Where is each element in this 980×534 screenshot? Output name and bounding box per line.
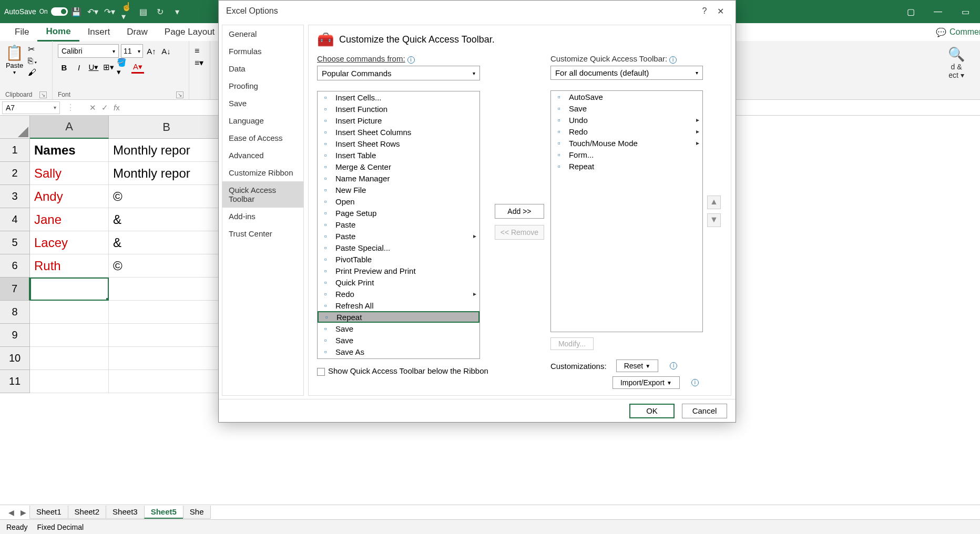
current-qat-list[interactable]: ▫AutoSave▫Save▫Undo▸▫Redo▸▫Touch/Mouse M…	[550, 90, 703, 332]
comments-button[interactable]: 💬 Commen	[933, 23, 980, 41]
command-list-item[interactable]: ▫Insert Function	[318, 103, 479, 115]
sheet-nav-prev-icon[interactable]: ◀	[5, 508, 17, 517]
modify-button[interactable]: Modify...	[550, 337, 594, 350]
toggle-switch-icon[interactable]	[51, 7, 68, 16]
command-list-item[interactable]: ▫Set Print Area	[318, 357, 479, 359]
cell[interactable]	[109, 347, 224, 370]
command-list-item[interactable]: ▫Page Setup	[318, 207, 479, 219]
command-list-item[interactable]: ▫Redo▸	[318, 288, 479, 300]
sheet-nav-next-icon[interactable]: ▶	[17, 508, 29, 517]
command-list-item[interactable]: ▫Repeat	[318, 311, 479, 323]
command-list-item[interactable]: ▫Insert Sheet Rows	[318, 138, 479, 149]
command-list-item[interactable]: ▫Insert Table	[318, 149, 479, 161]
options-category-item[interactable]: Data	[222, 60, 303, 77]
reset-button[interactable]: Reset▼	[616, 360, 658, 372]
ribbon-display-icon[interactable]: ▢	[900, 4, 921, 19]
ribbon-tab-home[interactable]: Home	[37, 23, 79, 42]
command-list-item[interactable]: ▫Form...	[551, 149, 702, 160]
align-top-icon[interactable]: ≡	[195, 46, 205, 56]
repeat-icon[interactable]: ↻	[155, 6, 166, 17]
choose-commands-combo[interactable]: Popular Commands▾	[317, 66, 480, 80]
command-list-item[interactable]: ▫Print Preview and Print	[318, 265, 479, 276]
row-header[interactable]: 1	[0, 139, 30, 162]
paste-button[interactable]: 📋 Paste ▾	[5, 44, 24, 75]
options-category-item[interactable]: Quick Access Toolbar	[222, 181, 303, 208]
redo-icon[interactable]: ↷▾	[105, 6, 115, 17]
decrease-font-icon[interactable]: A↓	[160, 45, 172, 57]
row-header[interactable]: 6	[0, 254, 30, 278]
autosave-toggle[interactable]: AutoSave On	[4, 7, 68, 16]
cell[interactable]: Sally	[30, 162, 109, 185]
enter-formula-icon[interactable]: ✓	[101, 103, 108, 112]
cell[interactable]	[30, 301, 109, 324]
ribbon-tab-page-layout[interactable]: Page Layout	[156, 24, 223, 40]
import-export-button[interactable]: Import/Export▼	[612, 376, 680, 389]
move-down-button[interactable]: ▼	[707, 213, 721, 227]
command-list-item[interactable]: ▫Redo▸	[551, 126, 702, 137]
info-icon[interactable]: i	[691, 379, 699, 386]
options-category-list[interactable]: GeneralFormulasDataProofingSaveLanguageE…	[222, 25, 304, 396]
cell[interactable]: Monthly repor	[109, 139, 224, 162]
fill-color-button[interactable]: 🪣▾	[117, 61, 129, 74]
save-icon[interactable]: 💾	[71, 6, 81, 17]
row-header[interactable]: 11	[0, 370, 30, 393]
cell[interactable]: Monthly repor	[109, 162, 224, 185]
row-header[interactable]: 2	[0, 162, 30, 185]
cell[interactable]	[109, 301, 224, 324]
cell[interactable]	[109, 370, 224, 393]
ribbon-tab-draw[interactable]: Draw	[118, 24, 156, 40]
move-up-button[interactable]: ▲	[707, 196, 721, 209]
qat-customize-icon[interactable]: ▾	[172, 6, 182, 17]
sheet-tab[interactable]: Sheet5	[144, 506, 183, 519]
command-list-item[interactable]: ▫Save	[318, 323, 479, 334]
command-list-item[interactable]: ▫Touch/Mouse Mode▸	[551, 137, 702, 149]
undo-icon[interactable]: ↶▾	[88, 6, 98, 17]
ribbon-tab-insert[interactable]: Insert	[79, 24, 119, 40]
align-left-icon[interactable]: ≡▾	[195, 58, 205, 68]
ribbon-tab-file[interactable]: File	[6, 24, 37, 40]
command-list-item[interactable]: ▫Repeat	[551, 160, 702, 172]
bold-button[interactable]: B	[58, 61, 70, 74]
cell[interactable]: &	[109, 231, 224, 254]
command-list-item[interactable]: ▫Merge & Center	[318, 161, 479, 172]
command-list-item[interactable]: ▫Insert Sheet Columns	[318, 126, 479, 138]
command-list-item[interactable]: ▫Undo▸	[551, 114, 702, 126]
cell[interactable]: &	[109, 208, 224, 231]
available-commands-list[interactable]: ▫Insert Cells...▫Insert Function▫Insert …	[317, 91, 480, 359]
command-list-item[interactable]: ▫Save	[318, 334, 479, 346]
command-list-item[interactable]: ▫Save	[551, 102, 702, 114]
add-button[interactable]: Add >>	[495, 204, 544, 219]
cell[interactable]	[30, 370, 109, 393]
row-header[interactable]: 9	[0, 324, 30, 347]
info-icon[interactable]: i	[669, 56, 677, 64]
cell[interactable]	[30, 278, 109, 301]
command-list-item[interactable]: ▫PivotTable	[318, 253, 479, 265]
cell[interactable]: Names	[30, 139, 109, 162]
cell[interactable]: Lacey	[30, 231, 109, 254]
select-all-corner[interactable]	[0, 116, 30, 139]
command-list-item[interactable]: ▫New File	[318, 184, 479, 196]
options-category-item[interactable]: Formulas	[222, 43, 303, 60]
command-list-item[interactable]: ▫Quick Print	[318, 276, 479, 288]
cell[interactable]	[109, 278, 224, 301]
sheet-tab[interactable]: Sheet1	[29, 506, 68, 519]
underline-button[interactable]: U▾	[87, 61, 100, 74]
row-header[interactable]: 8	[0, 301, 30, 324]
font-size-combo[interactable]: 11▾	[121, 44, 143, 58]
command-list-item[interactable]: ▫Name Manager	[318, 172, 479, 184]
command-list-item[interactable]: ▫Insert Cells...	[318, 91, 479, 103]
minimize-icon[interactable]: —	[927, 4, 948, 19]
options-category-item[interactable]: Advanced	[222, 147, 303, 164]
italic-button[interactable]: I	[73, 61, 85, 74]
options-category-item[interactable]: Ease of Access	[222, 129, 303, 147]
row-header[interactable]: 4	[0, 208, 30, 231]
dialog-launcher-icon[interactable]: ↘	[176, 91, 183, 98]
options-category-item[interactable]: General	[222, 25, 303, 43]
form-icon[interactable]: ▤	[138, 6, 149, 17]
cell[interactable]	[30, 324, 109, 347]
cell[interactable]	[30, 347, 109, 370]
dialog-launcher-icon[interactable]: ↘	[39, 91, 47, 98]
command-list-item[interactable]: ▫Paste▸	[318, 230, 479, 242]
command-list-item[interactable]: ▫Save As	[318, 346, 479, 357]
options-category-item[interactable]: Add-ins	[222, 208, 303, 225]
